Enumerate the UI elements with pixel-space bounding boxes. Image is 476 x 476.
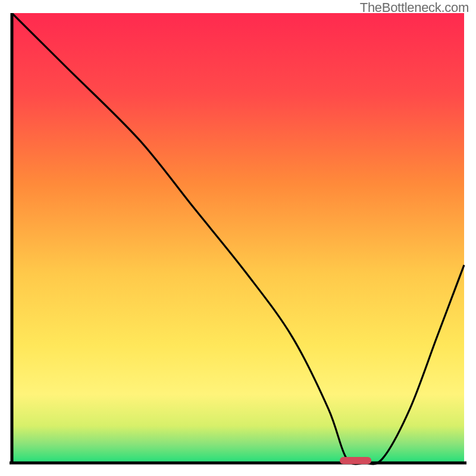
watermark-text: TheBottleneck.com xyxy=(360,0,469,15)
chart-area xyxy=(10,13,466,466)
chart-svg xyxy=(10,13,466,466)
optimum-marker xyxy=(340,457,371,464)
